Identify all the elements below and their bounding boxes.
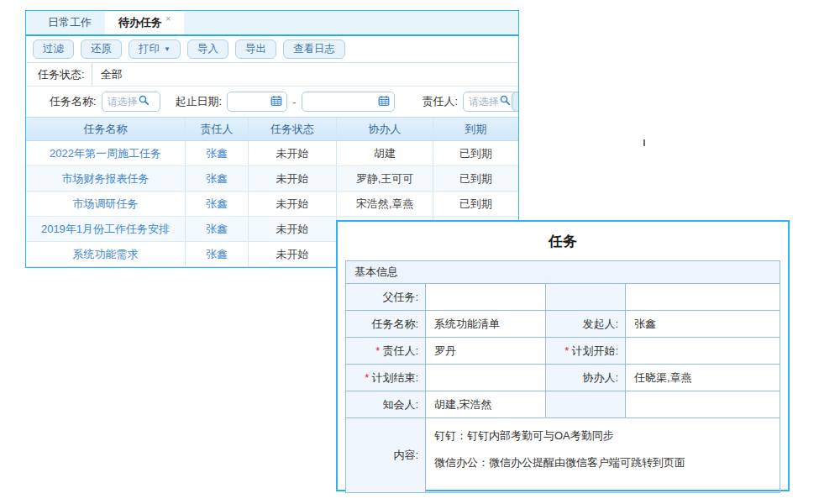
query-button[interactable]: 查询 — [512, 92, 519, 112]
owner-link[interactable]: 张鑫 — [186, 217, 249, 241]
parent-task-value[interactable] — [426, 284, 546, 310]
required-icon: * — [564, 344, 569, 357]
owner-filter-label: 责任人: — [422, 94, 458, 109]
owner-picker-input[interactable]: 请选择 — [463, 92, 518, 112]
column-header-task-name[interactable]: 任务名称 — [26, 118, 186, 140]
task-assistants: 胡建 — [337, 141, 433, 165]
plan-start-label-text: 计划开始: — [571, 344, 618, 359]
informed-label: 知会人: — [346, 391, 426, 417]
form-row-parent-task: 父任务: — [346, 284, 780, 311]
column-header-owner[interactable]: 责任人 — [186, 118, 249, 140]
task-name-value[interactable]: 系统功能清单 — [426, 311, 546, 337]
tab-todo-tasks[interactable]: 待办任务 × — [105, 11, 184, 34]
assistant-label: 协办人: — [546, 365, 626, 391]
parent-task-label: 父任务: — [346, 284, 426, 310]
restore-button[interactable]: 还原 — [81, 39, 122, 59]
empty-label-cell — [546, 391, 626, 417]
content-value[interactable]: 钉钉：钉钉内部考勤可与OA考勤同步 微信办公：微信办公提醒由微信客户端可跳转到页… — [426, 418, 780, 492]
task-name-link[interactable]: 2022年第一周施工任务 — [26, 141, 186, 165]
status-filter-row: 任务状态: 全部 — [26, 63, 518, 87]
tab-close-icon[interactable]: × — [165, 13, 171, 24]
owner-label: * 责任人: — [346, 338, 426, 364]
task-name-link[interactable]: 系统功能需求 — [26, 242, 186, 266]
form-row-owner: * 责任人: 罗丹 * 计划开始: — [346, 338, 780, 365]
form-row-informed: 知会人: 胡建,宋浩然 — [346, 391, 780, 418]
plan-start-value[interactable] — [626, 338, 780, 364]
export-button-label: 导出 — [245, 42, 266, 56]
task-status: 未开始 — [249, 217, 337, 241]
task-name-link[interactable]: 市场财务报表任务 — [26, 166, 186, 191]
task-name-link[interactable]: 市场调研任务 — [26, 192, 186, 216]
column-header-due[interactable]: 到期 — [433, 118, 518, 140]
form-row-task-name: 任务名称: 系统功能清单 发起人: 张鑫 — [346, 311, 780, 338]
restore-button-label: 还原 — [91, 42, 112, 56]
empty-label-cell — [546, 284, 626, 310]
task-assistants: 罗静,王可可 — [337, 166, 433, 191]
form-row-plan-end: * 计划结束: 协办人: 任晓渠,章燕 — [346, 365, 780, 391]
plan-end-value[interactable] — [426, 365, 546, 391]
import-button-label: 导入 — [197, 42, 218, 56]
tab-label: 日常工作 — [48, 15, 92, 30]
task-name-link[interactable]: 2019年1月份工作任务安排 — [26, 217, 186, 241]
empty-value-cell — [626, 391, 780, 417]
search-icon[interactable] — [499, 94, 512, 109]
tab-label: 待办任务 — [118, 15, 162, 30]
owner-link[interactable]: 张鑫 — [186, 166, 249, 191]
column-header-status[interactable]: 任务状态 — [249, 118, 337, 140]
chevron-down-icon: ▼ — [164, 45, 171, 53]
informed-value[interactable]: 胡建,宋浩然 — [426, 391, 546, 417]
task-name-filter-label: 任务名称: — [50, 94, 97, 109]
owner-link[interactable]: 张鑫 — [186, 141, 249, 165]
form-row-content: 内容: 钉钉：钉钉内部考勤可与OA考勤同步 微信办公：微信办公提醒由微信客户端可… — [346, 418, 780, 492]
task-due: 已到期 — [433, 166, 518, 191]
task-name-placeholder: 请选择 — [108, 95, 138, 109]
task-status: 未开始 — [249, 166, 337, 191]
required-icon: * — [365, 371, 369, 384]
table-row[interactable]: 2022年第一周施工任务 张鑫 未开始 胡建 已到期 — [26, 141, 518, 166]
calendar-icon[interactable] — [378, 95, 390, 109]
task-name-label: 任务名称: — [346, 311, 426, 337]
column-header-assistants[interactable]: 协办人 — [337, 118, 433, 140]
task-name-picker-input[interactable]: 请选择 — [102, 92, 160, 112]
status-filter-label: 任务状态: — [26, 67, 92, 82]
initiator-label: 发起人: — [546, 311, 626, 337]
search-icon[interactable] — [138, 94, 150, 109]
task-detail-window: 任务 基本信息 父任务: 任务名称: 系统功能清单 发起人: 张鑫 * 责任人: — [336, 220, 790, 491]
calendar-icon[interactable] — [270, 95, 282, 109]
assistant-value[interactable]: 任晓渠,章燕 — [626, 365, 780, 391]
section-header-basic-info: 基本信息 — [346, 261, 780, 284]
content-line: 钉钉：钉钉内部考勤可与OA考勤同步 — [434, 428, 771, 444]
owner-link[interactable]: 张鑫 — [186, 242, 249, 266]
owner-link[interactable]: 张鑫 — [186, 192, 249, 216]
owner-label-text: 责任人: — [382, 344, 418, 359]
table-row[interactable]: 市场调研任务 张鑫 未开始 宋浩然,章燕 已到期 — [26, 192, 518, 217]
empty-value-cell — [626, 284, 780, 310]
task-assistants: 宋浩然,章燕 — [337, 192, 433, 216]
status-filter-select[interactable]: 全部 — [92, 63, 518, 86]
task-status: 未开始 — [249, 192, 337, 216]
toolbar: 过滤 还原 打印 ▼ 导入 导出 查看日志 — [26, 36, 518, 63]
task-status: 未开始 — [249, 141, 337, 165]
export-button[interactable]: 导出 — [235, 39, 276, 59]
print-button[interactable]: 打印 ▼ — [129, 39, 181, 59]
date-from-input[interactable] — [227, 92, 287, 112]
view-log-button[interactable]: 查看日志 — [283, 39, 345, 59]
plan-start-label: * 计划开始: — [546, 338, 626, 364]
stray-mark — [643, 139, 645, 146]
table-row[interactable]: 市场财务报表任务 张鑫 未开始 罗静,王可可 已到期 — [26, 166, 518, 192]
filter-button[interactable]: 过滤 — [33, 39, 74, 59]
tab-daily-work[interactable]: 日常工作 — [34, 11, 105, 34]
content-label: 内容: — [346, 418, 426, 492]
required-icon: * — [375, 344, 380, 357]
view-log-button-label: 查看日志 — [293, 42, 335, 56]
desktop: 日常工作 待办任务 × 过滤 还原 打印 ▼ 导入 导出 — [0, 0, 840, 504]
status-filter-value: 全部 — [101, 67, 123, 82]
owner-value[interactable]: 罗丹 — [426, 338, 546, 364]
import-button[interactable]: 导入 — [187, 39, 228, 59]
content-line: 微信办公：微信办公提醒由微信客户端可跳转到页面 — [434, 455, 771, 470]
owner-placeholder: 请选择 — [469, 95, 499, 109]
date-to-input[interactable] — [302, 92, 396, 112]
plan-end-label-text: 计划结束: — [371, 370, 418, 386]
search-filter-row: 任务名称: 请选择 起止日期: - 责任人: — [26, 87, 518, 117]
tab-bar: 日常工作 待办任务 × — [26, 11, 518, 36]
